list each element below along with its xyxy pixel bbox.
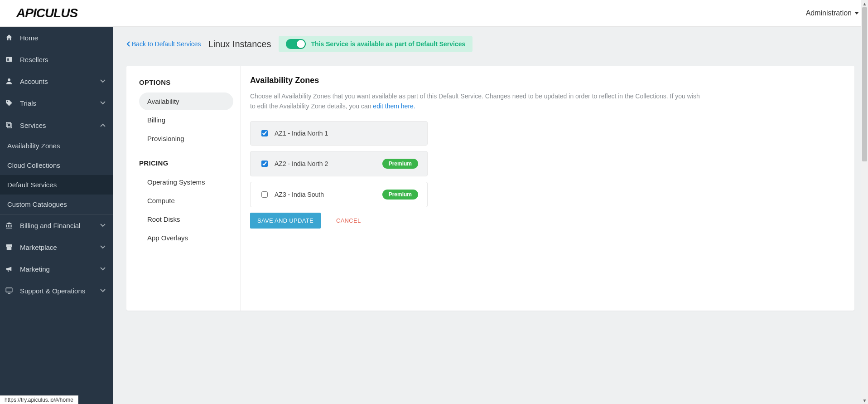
chevron-down-icon [100,101,106,105]
edit-link[interactable]: edit them here. [373,102,415,110]
card-main-panel: Availability Zones Choose all Availabili… [241,66,854,311]
sidebar-item-home[interactable]: Home [0,27,113,49]
service-toggle[interactable] [286,39,306,49]
az3-checkbox[interactable] [261,191,268,198]
svg-rect-7 [6,288,12,292]
sidebar-item-resellers[interactable]: Resellers [0,49,113,70]
button-row: SAVE AND UPDATE CANCEL [250,213,841,229]
svg-rect-2 [7,60,9,61]
sidebar-item-label: Services [20,122,46,129]
chevron-down-icon [100,289,106,292]
sidebar-item-label: Marketing [20,265,50,273]
sidebar-item-label: Billing and Financial [20,222,80,229]
status-url: https://try.apiculus.io/#/home [0,395,78,404]
chevron-down-icon [100,224,106,227]
az-row-3[interactable]: AZ3 - India South Premium [250,182,428,207]
monitor-icon [5,286,14,295]
sidebar-item-services[interactable]: Services [0,114,113,136]
page-title: Linux Instances [208,39,271,49]
side-item-compute[interactable]: Compute [139,192,233,209]
store-icon [5,243,14,252]
az1-label: AZ1 - India North 1 [275,130,328,137]
side-item-billing[interactable]: Billing [139,111,233,129]
back-link[interactable]: Back to Default Services [126,40,201,48]
side-item-app-overlays[interactable]: App Overlays [139,229,233,247]
settings-card: OPTIONS Availability Billing Provisionin… [126,66,854,311]
az2-label: AZ2 - India North 2 [275,160,328,167]
premium-badge: Premium [382,159,418,169]
side-item-availability[interactable]: Availability [139,92,233,110]
scroll-down-icon[interactable]: ▼ [861,397,868,404]
sidebar-item-label: Resellers [20,56,48,63]
sidebar-subitem-default-services[interactable]: Default Services [0,175,113,195]
sidebar: Home Resellers Accounts Trials [0,27,113,404]
chevron-left-icon [126,41,130,47]
scroll-thumb[interactable] [862,7,867,161]
sidebar-subitem-availability-zones[interactable]: Availability Zones [0,136,113,156]
description-text: Choose all Availability Zones that you w… [250,92,700,110]
az1-checkbox[interactable] [261,130,268,136]
availability-pill: This Service is available as part of Def… [279,36,473,52]
premium-badge: Premium [382,190,418,200]
administration-label: Administration [806,9,852,17]
sidebar-item-label: Accounts [20,78,48,85]
id-icon [5,55,14,64]
availability-text: This Service is available as part of Def… [311,40,466,48]
layers-icon [5,121,14,130]
svg-point-3 [8,78,10,81]
side-heading-pricing: PRICING [139,159,233,167]
side-item-operating-systems[interactable]: Operating Systems [139,173,233,191]
sidebar-item-trials[interactable]: Trials [0,92,113,114]
svg-rect-5 [6,122,10,127]
window-scrollbar[interactable]: ▲ ▼ [861,0,868,404]
az3-label: AZ3 - India South [275,191,324,198]
az2-checkbox[interactable] [261,161,268,167]
svg-point-4 [7,101,8,102]
caret-down-icon [854,12,859,15]
sidebar-item-marketing[interactable]: Marketing [0,258,113,280]
administration-dropdown[interactable]: Administration [806,9,859,17]
sidebar-item-label: Marketplace [20,243,57,251]
megaphone-icon [5,264,14,273]
side-item-root-disks[interactable]: Root Disks [139,210,233,228]
tag-icon [5,98,14,107]
sidebar-item-accounts[interactable]: Accounts [0,70,113,92]
az-row-2[interactable]: AZ2 - India North 2 Premium [250,151,428,176]
top-bar: APICULUS Administration [0,0,868,27]
back-link-label: Back to Default Services [132,40,201,48]
main-content: Back to Default Services Linux Instances… [113,27,868,404]
home-icon [5,33,14,42]
chevron-up-icon [100,123,106,127]
side-item-provisioning[interactable]: Provisioning [139,130,233,147]
svg-point-1 [7,58,9,60]
bank-icon [5,221,14,230]
brand-logo: APICULUS [16,6,77,20]
sidebar-subitem-cloud-collections[interactable]: Cloud Collections [0,156,113,175]
sidebar-subitem-custom-catalogues[interactable]: Custom Catalogues [0,195,113,214]
sidebar-item-label: Trials [20,99,36,107]
scroll-up-icon[interactable]: ▲ [861,0,868,7]
card-side-panel: OPTIONS Availability Billing Provisionin… [126,66,241,311]
sidebar-item-support[interactable]: Support & Operations [0,280,113,302]
sidebar-item-label: Support & Operations [20,287,85,295]
page-header: Back to Default Services Linux Instances… [113,27,868,52]
user-icon [5,77,14,86]
sidebar-item-billing[interactable]: Billing and Financial [0,214,113,236]
save-button[interactable]: SAVE AND UPDATE [250,213,321,229]
chevron-down-icon [100,267,106,271]
side-heading-options: OPTIONS [139,78,233,86]
cancel-button[interactable]: CANCEL [333,217,364,224]
section-description: Choose all Availability Zones that you w… [250,92,703,111]
svg-rect-0 [6,57,12,62]
sidebar-item-label: Home [20,34,38,42]
chevron-down-icon [100,245,106,249]
section-heading: Availability Zones [250,76,841,85]
az-row-1[interactable]: AZ1 - India North 1 [250,121,428,146]
sidebar-item-marketplace[interactable]: Marketplace [0,236,113,258]
svg-rect-6 [8,124,12,128]
chevron-down-icon [100,79,106,83]
